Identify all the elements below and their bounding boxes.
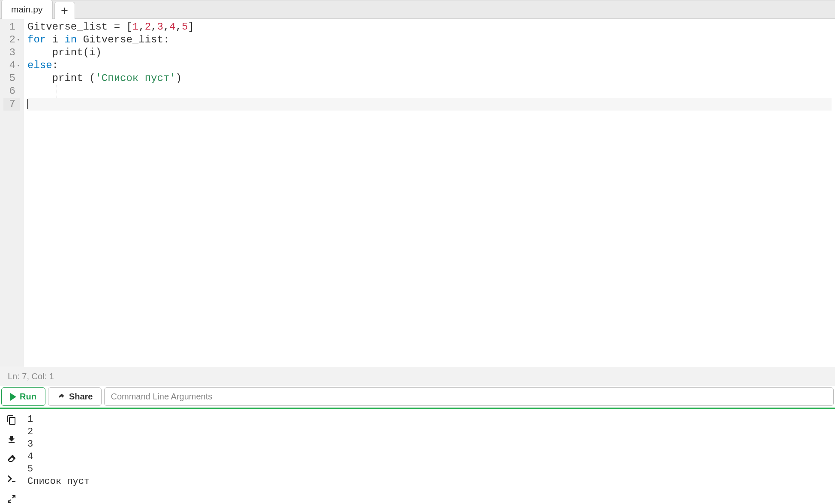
output-sidebar (0, 409, 23, 504)
text-cursor (27, 99, 28, 109)
code-line[interactable]: else: (27, 59, 832, 72)
line-number: 2▾ (3, 33, 20, 46)
output-text[interactable]: 1 2 3 4 5 Список пуст (23, 409, 835, 504)
code-line[interactable]: Gitverse_list = [1,2,3,4,5] (27, 21, 832, 33)
code-line[interactable]: for i in Gitverse_list: (27, 33, 832, 46)
share-icon (57, 393, 66, 401)
code-editor[interactable]: 12▾34▾567 Gitverse_list = [1,2,3,4,5]for… (0, 19, 835, 367)
gutter: 12▾34▾567 (0, 19, 24, 367)
run-button[interactable]: Run (1, 387, 45, 406)
line-number: 5 (3, 72, 20, 85)
line-number: 7 (3, 98, 20, 111)
download-icon[interactable] (6, 435, 17, 445)
code-line[interactable]: print ('Список пуст') (27, 72, 832, 85)
expand-icon[interactable] (6, 494, 17, 504)
toolbar: Run Share (0, 386, 835, 408)
share-label: Share (69, 392, 93, 402)
erase-icon[interactable] (6, 454, 17, 465)
code-line[interactable]: print(i) (27, 46, 832, 59)
status-bar: Ln: 7, Col: 1 (0, 367, 835, 386)
line-number: 4▾ (3, 59, 20, 72)
line-number: 3 (3, 46, 20, 59)
code-line[interactable] (27, 85, 832, 98)
cursor-position: Ln: 7, Col: 1 (8, 372, 54, 381)
cli-args-input[interactable] (104, 387, 834, 406)
play-icon (10, 393, 16, 401)
add-tab-button[interactable]: + (54, 2, 75, 19)
plus-icon: + (61, 4, 68, 18)
terminal-icon[interactable] (6, 474, 17, 484)
tabs-bar: main.py + (0, 0, 835, 19)
code-line[interactable] (27, 98, 832, 111)
output-panel: 1 2 3 4 5 Список пуст (0, 409, 835, 504)
share-button[interactable]: Share (48, 387, 102, 406)
tab-main-py[interactable]: main.py (1, 0, 53, 19)
code-area[interactable]: Gitverse_list = [1,2,3,4,5]for i in Gitv… (24, 19, 835, 367)
line-number: 6 (3, 85, 20, 98)
line-number: 1 (3, 21, 20, 33)
copy-icon[interactable] (6, 415, 17, 425)
app-root: main.py + 12▾34▾567 Gitverse_list = [1,2… (0, 0, 835, 504)
run-label: Run (20, 392, 36, 402)
